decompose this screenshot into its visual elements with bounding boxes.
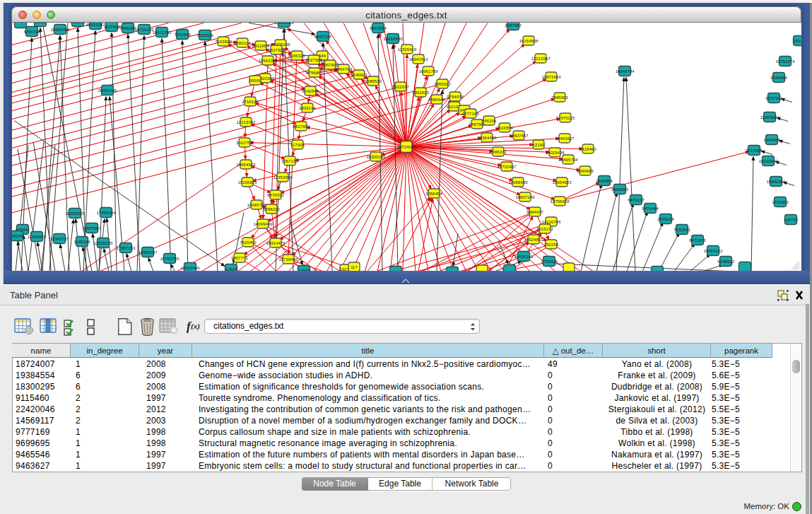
- svg-text:20975867: 20975867: [82, 225, 102, 230]
- svg-text:8938923: 8938923: [611, 186, 628, 191]
- svg-text:9457771: 9457771: [231, 255, 248, 259]
- svg-text:1733426: 1733426: [541, 258, 558, 263]
- svg-text:(x): (x): [191, 322, 200, 331]
- svg-text:19463627: 19463627: [555, 135, 575, 140]
- svg-text:12213967: 12213967: [531, 55, 551, 60]
- svg-text:10719155: 10719155: [134, 26, 154, 31]
- svg-text:9242848: 9242848: [302, 88, 319, 93]
- svg-text:5322037: 5322037: [392, 83, 409, 88]
- svg-text:2087682: 2087682: [505, 23, 522, 28]
- svg-text:14099489: 14099489: [253, 221, 273, 226]
- svg-text:16961758: 16961758: [418, 68, 438, 73]
- svg-text:10958107: 10958107: [138, 249, 158, 254]
- svg-text:16154808: 16154808: [519, 37, 539, 42]
- svg-text:16210643: 16210643: [758, 158, 778, 163]
- svg-text:20206535: 20206535: [65, 210, 85, 215]
- svg-text:19654923: 19654923: [552, 179, 572, 184]
- svg-text:14524851: 14524851: [524, 236, 543, 241]
- svg-text:7955812: 7955812: [434, 81, 451, 86]
- svg-text:8813054: 8813054: [370, 25, 387, 30]
- svg-text:10654122: 10654122: [703, 247, 723, 252]
- svg-text:5498222: 5498222: [263, 206, 280, 211]
- svg-text:9115460: 9115460: [579, 146, 596, 151]
- svg-text:9827503: 9827503: [268, 47, 285, 52]
- svg-text:11156829: 11156829: [28, 233, 47, 238]
- svg-text:1701650: 1701650: [772, 199, 789, 204]
- svg-text:12342737: 12342737: [49, 235, 69, 240]
- svg-text:8912954: 8912954: [252, 42, 269, 47]
- svg-text:3624554: 3624554: [496, 124, 513, 129]
- svg-text:9794078: 9794078: [447, 93, 464, 98]
- svg-text:3267130: 3267130: [281, 158, 298, 163]
- svg-text:10025438: 10025438: [545, 149, 565, 154]
- svg-text:2935114: 2935114: [657, 216, 674, 221]
- svg-text:8878332: 8878332: [267, 192, 284, 197]
- svg-text:7386372: 7386372: [490, 148, 507, 153]
- svg-text:252254: 252254: [544, 241, 559, 246]
- svg-text:14536141: 14536141: [514, 253, 534, 258]
- svg-text:10543382: 10543382: [258, 57, 278, 62]
- svg-text:15692921: 15692921: [766, 178, 786, 183]
- svg-text:19106825: 19106825: [237, 179, 257, 184]
- svg-text:12923446: 12923446: [180, 264, 200, 269]
- svg-text:15751074: 15751074: [775, 58, 795, 63]
- svg-text:20053346: 20053346: [98, 87, 117, 92]
- svg-text:1588520: 1588520: [365, 78, 382, 83]
- svg-text:99901: 99901: [249, 77, 262, 82]
- svg-text:7632621: 7632621: [673, 226, 690, 231]
- svg-text:12093822: 12093822: [760, 114, 779, 119]
- svg-text:14120746: 14120746: [541, 218, 561, 223]
- svg-text:62160: 62160: [533, 141, 546, 146]
- svg-text:6479137: 6479137: [628, 197, 645, 201]
- svg-text:15720407: 15720407: [497, 163, 517, 168]
- svg-text:12505135: 12505135: [93, 240, 113, 245]
- svg-text:9146821: 9146821: [351, 71, 367, 76]
- svg-text:1145194: 1145194: [73, 238, 90, 243]
- svg-text:8756885: 8756885: [306, 69, 323, 74]
- svg-text:18807249: 18807249: [515, 194, 535, 199]
- svg-text:9984047: 9984047: [526, 209, 543, 214]
- svg-text:9245612: 9245612: [717, 258, 734, 263]
- svg-text:39154: 39154: [12, 233, 23, 238]
- svg-text:9699695: 9699695: [577, 168, 594, 173]
- svg-text:1615172: 1615172: [536, 226, 553, 230]
- svg-text:9227342: 9227342: [765, 95, 782, 100]
- svg-text:1527602: 1527602: [103, 23, 120, 28]
- svg-text:9327503: 9327503: [305, 57, 322, 62]
- svg-text:10653287: 10653287: [86, 23, 105, 27]
- svg-text:7515546: 7515546: [174, 31, 191, 36]
- svg-text:15718485: 15718485: [278, 256, 298, 261]
- svg-text:19654923: 19654923: [236, 161, 256, 166]
- svg-text:12975115: 12975115: [556, 115, 575, 119]
- svg-text:1358454: 1358454: [425, 190, 442, 195]
- svg-text:116753: 116753: [784, 216, 798, 221]
- svg-text:17359924: 17359924: [96, 209, 116, 214]
- svg-text:9777169: 9777169: [462, 110, 479, 115]
- svg-text:15123: 15123: [794, 37, 801, 42]
- svg-text:7485063: 7485063: [551, 94, 568, 99]
- svg-text:18640910: 18640910: [408, 56, 428, 61]
- svg-text:16782759: 16782759: [160, 255, 180, 260]
- svg-text:8660124: 8660124: [234, 40, 251, 45]
- svg-text:10607467: 10607467: [509, 132, 529, 137]
- svg-text:1362615: 1362615: [412, 89, 429, 94]
- svg-text:1010755: 1010755: [236, 139, 253, 144]
- svg-text:17957253: 17957253: [116, 245, 136, 250]
- svg-text:7515526: 7515526: [196, 32, 213, 37]
- svg-text:11325419: 11325419: [398, 46, 417, 51]
- svg-text:12353594: 12353594: [273, 174, 293, 179]
- svg-text:1640954: 1640954: [596, 177, 613, 182]
- svg-text:18724007: 18724007: [396, 144, 416, 148]
- svg-text:19218506: 19218506: [383, 35, 403, 40]
- svg-text:746206: 746206: [482, 117, 497, 122]
- svg-text:3357224: 3357224: [314, 33, 331, 38]
- svg-text:1244415: 1244415: [763, 136, 780, 141]
- svg-text:117006: 117006: [290, 141, 305, 146]
- svg-text:16914479: 16914479: [266, 240, 286, 245]
- svg-text:8186328: 8186328: [288, 52, 305, 57]
- svg-text:20691406: 20691406: [50, 26, 70, 31]
- svg-text:18300295: 18300295: [366, 153, 386, 158]
- svg-text:7163822: 7163822: [215, 38, 232, 43]
- svg-text:2718126: 2718126: [242, 98, 259, 103]
- svg-text:8990448: 8990448: [428, 96, 445, 101]
